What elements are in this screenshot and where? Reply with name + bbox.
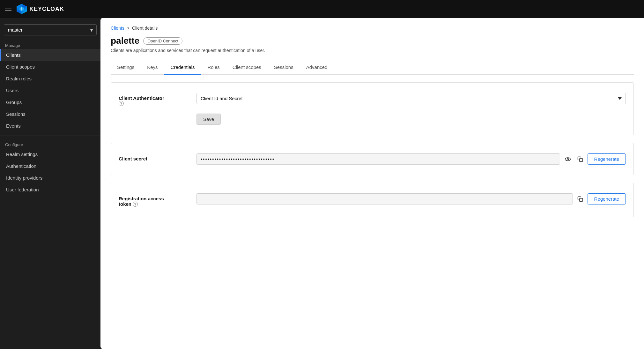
breadcrumb-separator: >: [127, 26, 130, 31]
registration-token-input[interactable]: [196, 193, 573, 204]
registration-input-group: Regenerate: [196, 193, 626, 204]
secret-regenerate-button[interactable]: Regenerate: [588, 153, 626, 165]
secret-control: Regenerate: [196, 153, 626, 165]
breadcrumb-current: Client details: [132, 26, 158, 31]
authenticator-row: Client Authenticator ? Client Id and Sec…: [119, 93, 626, 106]
logo: KEYCLOAK: [17, 4, 64, 14]
sidebar-divider: [0, 136, 100, 136]
section-registration: Registration access token ?: [111, 183, 634, 217]
secret-input[interactable]: [196, 153, 560, 165]
secret-label: Client secret: [119, 153, 189, 161]
sidebar-item-realm-settings[interactable]: Realm settings: [0, 148, 100, 160]
sidebar-item-sessions[interactable]: Sessions: [0, 108, 100, 120]
logo-text: KEYCLOAK: [29, 6, 64, 12]
topbar: KEYCLOAK: [0, 0, 644, 18]
realm-selector-wrap[interactable]: master: [4, 24, 97, 35]
tab-sessions[interactable]: Sessions: [268, 61, 300, 75]
registration-help-icon[interactable]: ?: [133, 202, 138, 207]
sidebar-item-client-scopes[interactable]: Client scopes: [0, 61, 100, 73]
svg-point-4: [567, 158, 568, 160]
tab-advanced[interactable]: Advanced: [300, 61, 334, 75]
protocol-badge: OpenID Connect: [143, 37, 182, 45]
realm-selector[interactable]: master: [4, 24, 97, 35]
sidebar-item-events[interactable]: Events: [0, 120, 100, 132]
sidebar-item-realm-roles[interactable]: Realm roles: [0, 73, 100, 85]
breadcrumb-parent[interactable]: Clients: [111, 26, 124, 31]
registration-control: Regenerate: [196, 193, 626, 204]
secret-row: Client secret: [119, 153, 626, 165]
tabs: Settings Keys Credentials Roles Client s…: [111, 61, 634, 75]
authenticator-label: Client Authenticator ?: [119, 93, 189, 106]
page-title: palette: [111, 36, 139, 46]
tab-credentials[interactable]: Credentials: [164, 61, 201, 75]
registration-label: Registration access token ?: [119, 193, 189, 207]
logo-icon: [17, 4, 27, 14]
authenticator-help-icon[interactable]: ?: [119, 101, 124, 106]
page-header: palette OpenID Connect: [111, 36, 634, 46]
sidebar: master Manage Clients Client scopes Real…: [0, 18, 100, 349]
save-button[interactable]: Save: [196, 114, 221, 125]
secret-copy-button[interactable]: [575, 154, 585, 164]
main-content: Clients > Client details palette OpenID …: [100, 18, 644, 349]
sidebar-item-clients[interactable]: Clients: [0, 49, 100, 61]
authenticator-help: ?: [119, 101, 189, 106]
sidebar-item-authentication[interactable]: Authentication: [0, 160, 100, 172]
layout: master Manage Clients Client scopes Real…: [0, 18, 644, 349]
svg-rect-5: [579, 158, 582, 161]
tab-roles[interactable]: Roles: [201, 61, 226, 75]
secret-eye-button[interactable]: [563, 154, 573, 164]
tab-keys[interactable]: Keys: [141, 61, 164, 75]
sidebar-item-user-federation[interactable]: User federation: [0, 184, 100, 196]
section-secret: Client secret: [111, 143, 634, 175]
sidebar-item-users[interactable]: Users: [0, 85, 100, 96]
configure-section-label: Configure: [0, 140, 100, 148]
secret-input-group: Regenerate: [196, 153, 626, 165]
registration-regenerate-button[interactable]: Regenerate: [588, 193, 626, 204]
authenticator-control: Client Id and Secret Signed JWT Signed J…: [196, 93, 626, 104]
tab-settings[interactable]: Settings: [111, 61, 141, 75]
svg-point-3: [565, 158, 570, 161]
registration-row: Registration access token ?: [119, 193, 626, 207]
svg-rect-6: [579, 198, 582, 201]
manage-section-label: Manage: [0, 41, 100, 49]
section-authenticator: Client Authenticator ? Client Id and Sec…: [111, 82, 634, 135]
registration-copy-button[interactable]: [575, 194, 585, 204]
sidebar-item-identity-providers[interactable]: Identity providers: [0, 172, 100, 184]
authenticator-select[interactable]: Client Id and Secret Signed JWT Signed J…: [196, 93, 626, 104]
save-row: Save: [119, 114, 626, 125]
breadcrumb: Clients > Client details: [111, 26, 634, 31]
tab-client-scopes[interactable]: Client scopes: [226, 61, 268, 75]
sidebar-item-groups[interactable]: Groups: [0, 96, 100, 108]
page-subtitle: Clients are applications and services th…: [111, 48, 634, 53]
hamburger-menu[interactable]: [5, 7, 11, 11]
